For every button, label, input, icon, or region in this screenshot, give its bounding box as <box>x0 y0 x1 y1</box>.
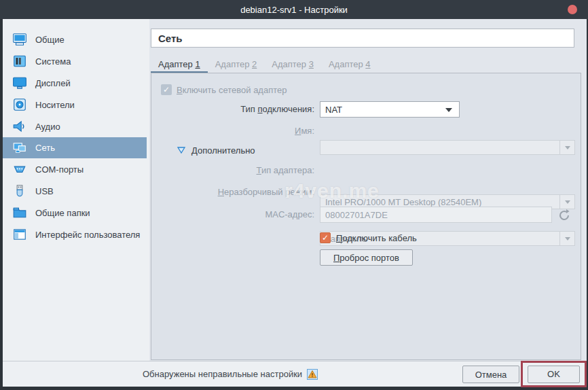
ok-annotation-box: OK <box>521 361 587 387</box>
sidebar: Общие Система Дисплей <box>3 19 149 361</box>
sidebar-item-general[interactable]: Общие <box>3 29 149 50</box>
network-icon <box>12 141 27 156</box>
chevron-down-icon <box>559 232 574 245</box>
sidebar-item-user-interface[interactable]: Интерфейс пользователя <box>3 224 149 245</box>
adapter-panel: ✓ Включить сетевой адаптер Тип подключен… <box>151 73 581 360</box>
cable-connected-label: Подключить кабель <box>336 233 417 243</box>
mac-address-field[interactable]: 08002701A7DE <box>320 207 552 223</box>
tab-adapter-4[interactable]: Адаптер 4 <box>321 58 378 73</box>
sidebar-item-label: Дисплей <box>35 78 71 88</box>
cancel-button[interactable]: Отмена <box>462 366 519 383</box>
monitor-icon <box>12 32 27 47</box>
adapter-tab-bar: Адаптер 1 Адаптер 2 Адаптер 3 Адаптер 4 <box>151 58 378 73</box>
sidebar-item-label: Общие папки <box>35 208 90 218</box>
adapter-type-label: Тип адаптера: <box>151 162 314 179</box>
port-forwarding-button[interactable]: Проброс портов <box>320 249 413 266</box>
warning-icon <box>307 369 318 380</box>
sidebar-item-display[interactable]: Дисплей <box>3 72 149 94</box>
sidebar-item-storage[interactable]: Носители <box>3 94 149 116</box>
advanced-expander[interactable]: Дополнительно <box>176 145 255 156</box>
enable-adapter-label: Включить сетевой адаптер <box>177 85 287 95</box>
content-area: Сеть Адаптер 1 Адаптер 2 Адаптер 3 Адапт… <box>149 19 587 361</box>
tab-adapter-2[interactable]: Адаптер 2 <box>208 58 265 73</box>
sidebar-item-audio[interactable]: Аудио <box>3 116 149 137</box>
display-icon <box>12 75 27 90</box>
window-title: debian12-srv1 - Настройки <box>240 5 348 15</box>
sidebar-item-shared-folders[interactable]: Общие папки <box>3 202 149 224</box>
sidebar-item-label: Интерфейс пользователя <box>35 230 140 240</box>
attach-type-combobox[interactable]: NAT <box>320 101 460 118</box>
sidebar-item-system[interactable]: Система <box>3 50 149 72</box>
close-icon[interactable] <box>568 5 577 14</box>
serial-port-icon <box>12 162 27 177</box>
chip-icon <box>12 54 27 69</box>
enable-adapter-checkbox[interactable]: ✓ <box>161 84 172 95</box>
sidebar-item-usb[interactable]: USB <box>3 180 149 202</box>
sidebar-item-label: COM-порты <box>35 164 84 175</box>
titlebar: debian12-srv1 - Настройки <box>0 0 588 19</box>
ok-button[interactable]: OK <box>528 366 580 383</box>
sidebar-item-network[interactable]: Сеть <box>3 137 147 158</box>
chevron-down-icon <box>559 141 574 154</box>
window-layout-icon <box>12 227 27 242</box>
chevron-down-icon <box>559 195 574 209</box>
page-title: Сеть <box>151 29 574 48</box>
settings-window: debian12-srv1 - Настройки Общие Система <box>0 0 588 390</box>
sidebar-item-label: Общие <box>35 35 65 45</box>
bottom-bar: Обнаружены неправильные настройки Отмена… <box>3 361 587 387</box>
sidebar-item-label: USB <box>35 186 54 196</box>
promiscuous-mode-label: Неразборчивый режим: <box>151 184 314 200</box>
main-row: Общие Система Дисплей <box>3 19 587 361</box>
tab-adapter-1[interactable]: Адаптер 1 <box>151 58 208 73</box>
folder-icon <box>12 205 27 220</box>
name-combobox[interactable] <box>320 140 575 155</box>
mac-address-label: MAC-адрес: <box>151 207 314 223</box>
usb-icon <box>12 183 27 198</box>
window-body: Общие Система Дисплей <box>0 19 588 390</box>
chevron-down-icon <box>445 108 452 112</box>
sidebar-item-serial-ports[interactable]: COM-порты <box>3 158 149 180</box>
speaker-icon <box>12 119 27 134</box>
sidebar-item-label: Носители <box>35 100 75 110</box>
tab-adapter-3[interactable]: Адаптер 3 <box>264 58 321 73</box>
expander-triangle-icon <box>176 145 187 156</box>
regenerate-mac-icon[interactable] <box>556 207 572 224</box>
sidebar-item-label: Сеть <box>35 143 55 153</box>
sidebar-item-label: Система <box>35 56 71 67</box>
cable-connected-checkbox[interactable]: ✓ <box>320 232 331 243</box>
attach-type-label: Тип подключения: <box>151 101 314 118</box>
sidebar-item-label: Аудио <box>35 122 60 132</box>
status-message: Обнаружены неправильные настройки <box>143 369 318 380</box>
name-label: Имя: <box>151 123 314 139</box>
disk-icon <box>12 97 27 112</box>
